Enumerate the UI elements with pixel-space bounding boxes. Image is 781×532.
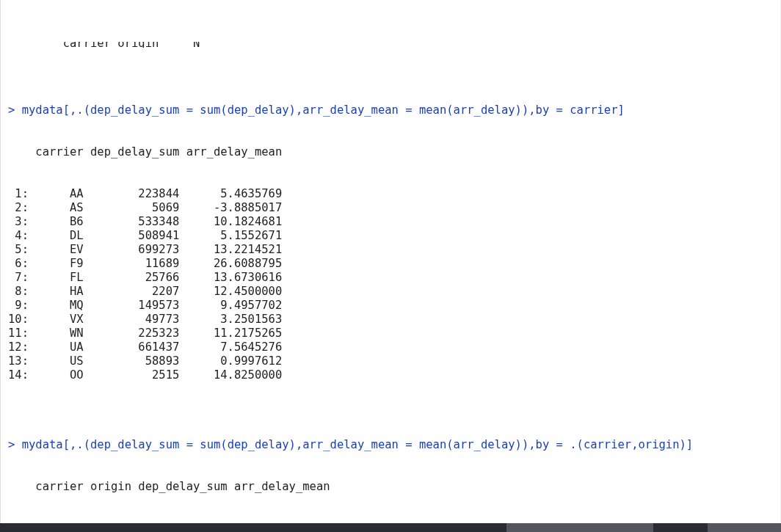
r-console-output[interactable]: carrier origin N > mydata[,.(dep_delay_s…	[0, 0, 781, 523]
table-row: 5: EV 699273 13.2214521	[8, 243, 774, 257]
prompt-symbol: >	[8, 103, 22, 117]
prompt-symbol: >	[8, 438, 22, 451]
table-row: 8: HA 2207 12.4500000	[8, 285, 774, 299]
table-header-1: carrier dep_delay_sum arr_delay_mean	[8, 145, 774, 159]
table-row: 11: WN 225323 11.2175265	[8, 327, 774, 340]
bottom-status-bar	[0, 523, 781, 532]
r-command-line: > mydata[,.(dep_delay_sum = sum(dep_dela…	[8, 103, 774, 117]
table-row: 12: UA 661437 7.5645276	[8, 340, 774, 354]
table-row: 9: MQ 149573 9.4957702	[8, 299, 774, 313]
table-row: 2: AS 5069 -3.8885017	[8, 201, 774, 215]
table-row: 4: DL 508941 5.1552671	[8, 229, 774, 243]
status-segment	[506, 523, 653, 532]
r-command-1: mydata[,.(dep_delay_sum = sum(dep_delay)…	[22, 103, 625, 117]
table-row: 6: F9 11689 26.6088795	[8, 257, 774, 271]
table-body-1: 1: AA 223844 5.4635769 2: AS 5069 -3.888…	[8, 187, 774, 382]
table-row: 1: AA 223844 5.4635769	[8, 187, 774, 201]
table-row: 14: OO 2515 14.8250000	[8, 368, 774, 382]
status-segment	[708, 523, 781, 532]
r-command-line: > mydata[,.(dep_delay_sum = sum(dep_dela…	[8, 438, 774, 452]
table-row: 10: VX 49773 3.2501563	[8, 313, 774, 327]
table-row: 13: US 58893 0.9997612	[8, 354, 774, 368]
r-command-2: mydata[,.(dep_delay_sum = sum(dep_delay)…	[22, 438, 694, 451]
table-row: 3: B6 533348 10.1824681	[8, 215, 774, 229]
table-header-2: carrier origin dep_delay_sum arr_delay_m…	[8, 480, 774, 494]
previous-output-cutoff: carrier origin N	[8, 42, 774, 48]
table-row: 7: FL 25766 13.6730616	[8, 271, 774, 285]
